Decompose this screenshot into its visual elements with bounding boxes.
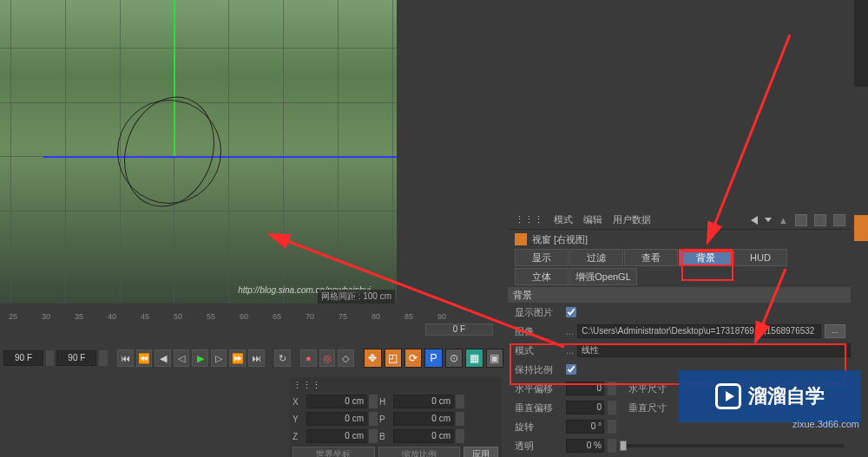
tab-hud[interactable]: HUD <box>733 249 787 266</box>
nav-back-icon[interactable] <box>751 216 758 225</box>
ruler-tick: 30 <box>42 312 50 321</box>
goto-end-button[interactable]: ⏭ <box>248 349 265 367</box>
menu-edit[interactable]: 编辑 <box>583 213 602 226</box>
coord-spinner[interactable] <box>369 412 378 426</box>
param-tool-button[interactable]: P <box>424 349 442 368</box>
brand-overlay: 溜溜自学 <box>679 370 861 422</box>
spinner[interactable] <box>608 401 616 415</box>
ruler-tick: 80 <box>372 312 380 321</box>
coord-spinner[interactable] <box>456 395 464 408</box>
keyframe-button[interactable]: ◇ <box>338 349 354 367</box>
frame-current-spinner[interactable] <box>99 350 107 366</box>
mograph-tool-button[interactable]: ▦ <box>465 349 483 368</box>
input-v-offset[interactable]: 0 <box>566 401 604 415</box>
ruler-tick: 90 <box>437 312 446 321</box>
ruler-tick: 45 <box>141 312 149 321</box>
frame-current-input[interactable]: 90 F <box>56 350 96 366</box>
coord-spinner[interactable] <box>456 412 464 426</box>
coord-z-label: Z <box>293 432 305 441</box>
coord-y-size-input[interactable]: 0 cm <box>393 412 454 426</box>
current-frame-readout[interactable]: 0 F <box>425 323 493 336</box>
menu-userdata[interactable]: 用户数据 <box>613 213 651 226</box>
label-opacity: 透明 <box>515 440 562 453</box>
play-button[interactable]: ▶ <box>192 349 208 367</box>
side-panel-tabs[interactable] <box>854 0 868 87</box>
coord-spinner[interactable] <box>369 429 378 443</box>
label-h-size: 水平尺寸 <box>628 382 676 395</box>
coord-x-label: X <box>293 397 305 407</box>
ruler-tick: 75 <box>339 312 347 321</box>
extra-tool-button[interactable]: ▣ <box>486 349 503 368</box>
input-rotate[interactable]: 0 ° <box>566 420 604 434</box>
checkbox-keep-ratio[interactable] <box>566 364 576 375</box>
label-h-offset: 水平偏移 <box>515 382 562 395</box>
spinner[interactable] <box>608 420 616 434</box>
coord-x-pos-input[interactable]: 0 cm <box>306 395 367 408</box>
coord-spinner[interactable] <box>456 429 464 443</box>
viewport-right-view[interactable]: http://blog.sina.com.cn/newbaishui 网格间距 … <box>0 0 397 304</box>
step-fwd-button[interactable]: ▷ <box>211 349 227 367</box>
coord-h-label: H <box>379 397 391 407</box>
frame-start-spinner[interactable] <box>46 350 54 366</box>
coord-spinner[interactable] <box>369 395 378 408</box>
timeline-controls: 90 F 90 F ⏮ ⏪ ◀ ◁ ▶ ▷ ⏩ ⏭ ↻ ● ◎ ◇ ✥ ◰ ⟳ … <box>0 348 503 369</box>
label-show-image: 显示图片 <box>515 306 562 319</box>
ruler-tick: 55 <box>207 312 215 321</box>
nav-up-icon[interactable]: ▲ <box>779 215 788 225</box>
menu-mode[interactable]: 模式 <box>554 213 573 226</box>
tab-background[interactable]: 背景 <box>679 249 733 266</box>
loop-button[interactable]: ↻ <box>274 349 291 367</box>
ruler-tick: 40 <box>108 312 116 321</box>
checkbox-show-image[interactable] <box>566 307 576 317</box>
browse-image-button[interactable]: ... <box>825 324 845 338</box>
input-image-path[interactable]: C:\Users\Administrator\Desktop\u=1731876… <box>577 324 821 338</box>
nav-dropdown-icon[interactable] <box>765 218 772 222</box>
ruler-tick: 50 <box>174 312 182 321</box>
coordinates-panel: ⋮⋮⋮ X 0 cm H 0 cm Y 0 cm P 0 cm Z 0 cm B… <box>289 377 502 457</box>
label-image: 图像 <box>515 325 562 338</box>
slider-opacity[interactable] <box>620 444 844 447</box>
coord-scale-dropdown[interactable]: 缩放比例 <box>378 447 461 457</box>
tab-filter[interactable]: 过滤 <box>569 249 623 266</box>
coord-y-pos-input[interactable]: 0 cm <box>306 412 367 426</box>
tab-view[interactable]: 查看 <box>624 249 678 266</box>
tab-opengl[interactable]: 增强OpenGL <box>569 268 637 285</box>
frame-start-input[interactable]: 90 F <box>3 350 43 366</box>
attributes-title: 视窗 [右视图] <box>532 233 588 246</box>
record-button[interactable]: ● <box>300 349 317 367</box>
step-fwd-key-button[interactable]: ⏩ <box>229 349 246 367</box>
ruler-tick: 85 <box>404 312 413 321</box>
attributes-menu-bar: ⋮⋮⋮ 模式 编辑 用户数据 ▲ <box>508 211 851 230</box>
coord-b-label: B <box>379 432 391 441</box>
coord-y-label: Y <box>293 415 305 424</box>
coord-z-pos-input[interactable]: 0 cm <box>306 429 367 443</box>
ruler-tick: 60 <box>240 312 248 321</box>
scale-tool-button[interactable]: ◰ <box>385 349 402 368</box>
play-back-button[interactable]: ◁ <box>174 349 190 367</box>
step-back-button[interactable]: ◀ <box>155 349 171 367</box>
spinner[interactable] <box>608 439 616 453</box>
input-h-offset[interactable]: 0 <box>566 382 604 395</box>
coord-apply-button[interactable]: 应用 <box>464 447 498 457</box>
goto-start-button[interactable]: ⏮ <box>117 349 134 367</box>
input-opacity[interactable]: 0 % <box>566 439 604 453</box>
spinner[interactable] <box>608 382 616 395</box>
side-panel-tab-active[interactable] <box>854 215 868 241</box>
lock-icon[interactable] <box>795 214 807 226</box>
tab-display[interactable]: 显示 <box>515 249 569 266</box>
coord-x-size-input[interactable]: 0 cm <box>393 395 454 408</box>
tab-stereo[interactable]: 立体 <box>515 268 569 285</box>
ruler-tick: 35 <box>75 312 83 321</box>
new-window-icon[interactable] <box>814 214 826 226</box>
dropdown-mode[interactable]: 线性 <box>577 343 851 357</box>
move-tool-button[interactable]: ✥ <box>364 349 381 368</box>
rotate-tool-button[interactable]: ⟳ <box>404 349 422 368</box>
label-v-offset: 垂直偏移 <box>515 402 562 415</box>
anim-tool-button[interactable]: ⊙ <box>445 349 463 368</box>
step-back-key-button[interactable]: ⏪ <box>136 349 153 367</box>
ruler-tick: 65 <box>273 312 281 321</box>
coord-system-dropdown[interactable]: 世界坐标 <box>293 447 375 457</box>
coord-z-size-input[interactable]: 0 cm <box>393 429 454 443</box>
function-icon[interactable] <box>833 214 845 226</box>
autokey-button[interactable]: ◎ <box>319 349 336 367</box>
